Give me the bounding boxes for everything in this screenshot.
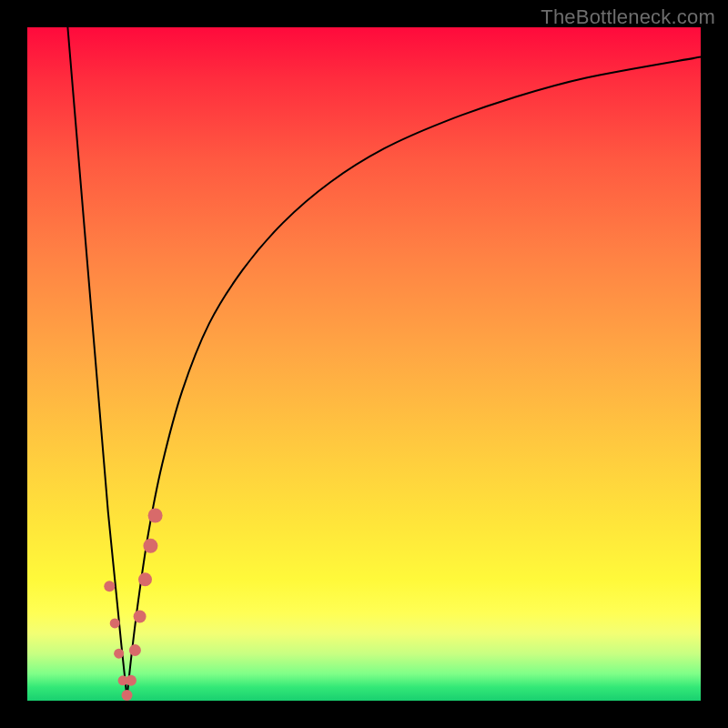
marker-point	[138, 572, 152, 586]
marker-point	[104, 581, 115, 592]
curve-right-branch	[127, 57, 701, 698]
marker-point	[148, 509, 163, 523]
marker-group	[104, 509, 162, 702]
marker-point	[134, 611, 147, 623]
marker-point	[114, 649, 124, 659]
curve-left-branch	[67, 27, 126, 697]
marker-point	[143, 539, 157, 553]
marker-point	[122, 690, 133, 701]
marker-point	[110, 618, 120, 628]
marker-point	[126, 675, 136, 686]
marker-point	[129, 644, 141, 656]
chart-frame	[27, 27, 701, 701]
chart-svg	[27, 27, 701, 701]
watermark-text: TheBottleneck.com	[541, 5, 715, 29]
